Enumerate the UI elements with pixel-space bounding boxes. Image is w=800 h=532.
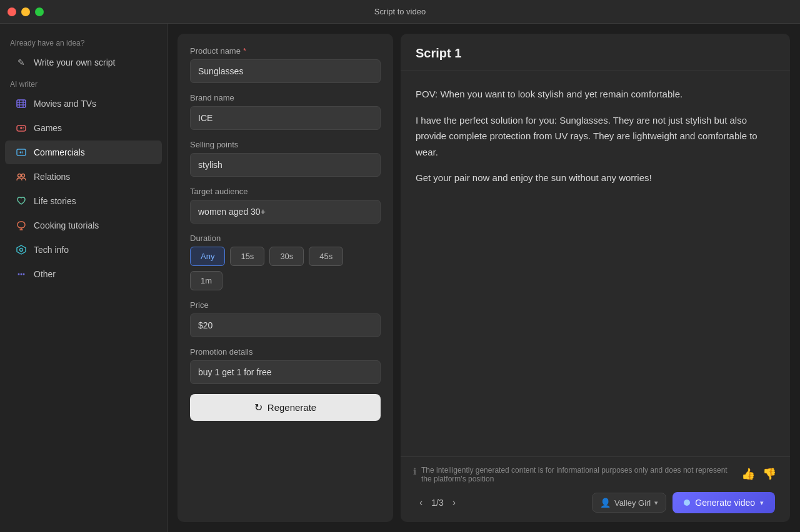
svg-point-16 (20, 249, 23, 252)
sidebar-item-commercials[interactable]: Commercials (5, 140, 162, 164)
selling-points-label: Selling points (190, 140, 381, 149)
script-content: POV: When you want to look stylish and y… (401, 71, 790, 456)
sidebar-item-relations[interactable]: Relations (5, 165, 162, 189)
svg-point-12 (22, 174, 25, 177)
svg-point-8 (23, 127, 24, 129)
sidebar-item-other[interactable]: Other (5, 262, 162, 286)
pencil-icon: ✎ (15, 56, 28, 69)
duration-field: Duration Any 15s 30s 45s 1m (190, 234, 381, 290)
svg-marker-15 (17, 245, 26, 254)
voice-icon: 👤 (600, 498, 611, 508)
thumbs-down-button[interactable]: 👎 (761, 466, 778, 482)
sidebar-item-life-stories[interactable]: Life stories (5, 189, 162, 213)
regenerate-button[interactable]: ↻ Regenerate (190, 394, 381, 421)
sidebar-section-idea: Already have an idea? (0, 34, 167, 50)
main-content: Product name * Brand name Selling points… (168, 24, 800, 532)
sidebar-item-label-write-own: Write your own script (34, 57, 115, 67)
duration-45s[interactable]: 45s (309, 247, 343, 266)
sidebar-item-write-own[interactable]: ✎ Write your own script (5, 51, 162, 74)
disclaimer: ℹ The intelligently generated content is… (413, 466, 735, 483)
chevron-down-icon: ▾ (654, 499, 658, 507)
script-paragraph-1: POV: When you want to look stylish and y… (416, 86, 775, 102)
svg-point-11 (18, 174, 21, 177)
sidebar-item-label-cooking: Cooking tutorials (34, 220, 99, 230)
brand-name-field: Brand name (190, 93, 381, 130)
duration-30s[interactable]: 30s (269, 247, 304, 266)
app-title: Script to video (374, 7, 426, 16)
disclaimer-row: ℹ The intelligently generated content is… (413, 466, 778, 492)
sidebar-item-label-life: Life stories (34, 196, 76, 206)
game-icon (15, 122, 28, 134)
relations-icon (15, 170, 28, 183)
svg-point-9 (23, 129, 24, 130)
promotion-details-input[interactable] (190, 360, 381, 384)
maximize-button[interactable] (35, 7, 44, 16)
script-paragraph-3: Get your pair now and enjoy the sun with… (416, 170, 775, 186)
duration-15s[interactable]: 15s (230, 247, 264, 266)
sidebar-item-label-other: Other (34, 269, 56, 279)
sidebar-item-label-tech: Tech info (34, 245, 69, 255)
script-panel: Script 1 POV: When you want to look styl… (401, 34, 790, 522)
cooking-icon (15, 219, 28, 232)
life-icon (15, 195, 28, 207)
sidebar: Already have an idea? ✎ Write your own s… (0, 24, 168, 532)
prev-script-button[interactable]: ‹ (416, 495, 426, 511)
regenerate-label: Regenerate (268, 402, 316, 413)
price-field: Price (190, 300, 381, 337)
film-icon (15, 97, 28, 110)
duration-any[interactable]: Any (190, 247, 225, 266)
generate-label: Generate video (695, 498, 755, 508)
sidebar-item-label-movies: Movies and TVs (34, 99, 96, 109)
script-paragraph-2: I have the perfect solution for you: Sun… (416, 112, 775, 160)
script-page: 1/3 (431, 498, 443, 508)
duration-buttons: Any 15s 30s 45s 1m (190, 247, 381, 290)
script-header: Script 1 (401, 34, 790, 71)
disclaimer-text: The intelligently generated content is f… (421, 466, 735, 483)
regenerate-icon: ↻ (254, 401, 262, 413)
tech-icon (15, 244, 28, 256)
minimize-button[interactable] (21, 7, 30, 16)
next-script-button[interactable]: › (449, 495, 459, 511)
sidebar-item-games[interactable]: Games (5, 116, 162, 140)
info-icon: ℹ (413, 466, 416, 476)
svg-point-19 (23, 273, 25, 275)
voice-label: Valley Girl (614, 498, 651, 508)
feedback-icons: 👍 👎 (740, 466, 778, 482)
thumbs-up-button[interactable]: 👍 (740, 466, 756, 482)
script-title: Script 1 (416, 46, 775, 61)
brand-name-input[interactable] (190, 106, 381, 130)
close-button[interactable] (8, 7, 16, 16)
required-star: * (243, 46, 246, 56)
other-icon (15, 268, 28, 280)
selling-points-field: Selling points (190, 140, 381, 177)
product-name-field: Product name * (190, 46, 381, 83)
generate-chevron-icon: ▾ (760, 499, 764, 507)
window-controls (8, 7, 44, 16)
target-audience-field: Target audience (190, 187, 381, 224)
sidebar-item-label-games: Games (34, 123, 62, 133)
titlebar: Script to video (0, 0, 800, 24)
brand-name-label: Brand name (190, 93, 381, 102)
target-audience-input[interactable] (190, 200, 381, 224)
product-name-label: Product name * (190, 46, 381, 56)
svg-point-17 (18, 273, 20, 275)
commercial-icon (15, 146, 28, 159)
sidebar-item-cooking[interactable]: Cooking tutorials (5, 214, 162, 237)
script-pagination: ‹ 1/3 › (416, 495, 459, 511)
sidebar-item-label-commercials: Commercials (34, 147, 85, 157)
form-panel: Product name * Brand name Selling points… (178, 34, 393, 522)
product-name-input[interactable] (190, 59, 381, 83)
price-label: Price (190, 300, 381, 310)
duration-1m[interactable]: 1m (190, 271, 222, 290)
sidebar-item-label-relations: Relations (34, 172, 70, 182)
sidebar-item-tech[interactable]: Tech info (5, 238, 162, 262)
svg-point-18 (21, 273, 22, 275)
selling-points-input[interactable] (190, 153, 381, 177)
promotion-details-field: Promotion details (190, 347, 381, 384)
generate-video-button[interactable]: Generate video ▾ (672, 492, 775, 513)
duration-label: Duration (190, 234, 381, 243)
sidebar-item-movies[interactable]: Movies and TVs (5, 92, 162, 116)
voice-selector-button[interactable]: 👤 Valley Girl ▾ (592, 493, 666, 513)
price-input[interactable] (190, 313, 381, 337)
svg-rect-0 (17, 100, 26, 107)
